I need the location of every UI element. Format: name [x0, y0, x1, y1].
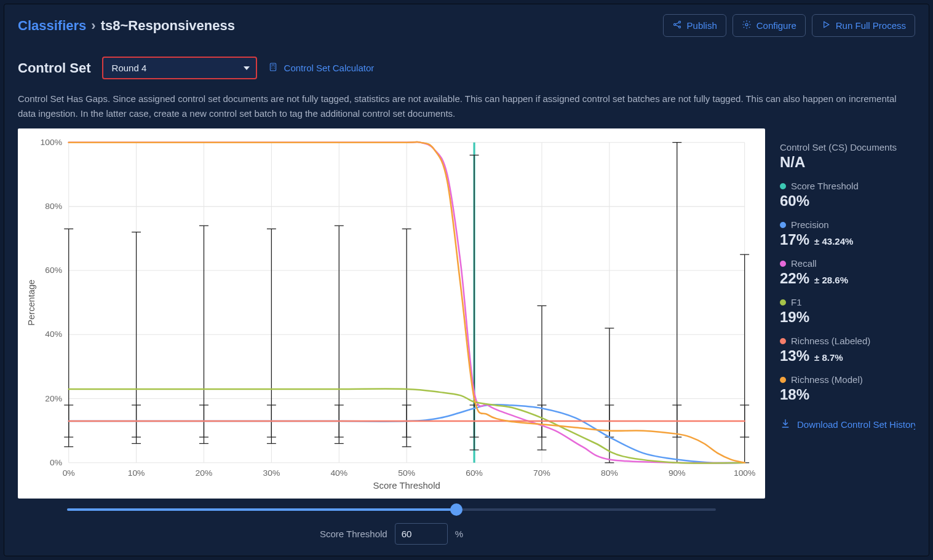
score-threshold-value: 60% [780, 192, 915, 210]
svg-text:30%: 30% [263, 468, 280, 478]
play-icon [821, 20, 831, 31]
breadcrumb-root[interactable]: Classifiers [18, 18, 86, 34]
metrics-chart: 0%10%20%30%40%50%60%70%80%90%100%0%20%40… [23, 133, 758, 494]
recall-label: Recall [780, 258, 915, 269]
svg-text:80%: 80% [601, 468, 618, 478]
threshold-slider[interactable] [67, 503, 716, 516]
svg-text:20%: 20% [45, 394, 62, 403]
svg-rect-4 [270, 63, 276, 71]
f1-value: 19% [780, 309, 915, 326]
publish-button[interactable]: Publish [663, 14, 726, 37]
calculator-icon [268, 61, 278, 74]
svg-text:40%: 40% [330, 468, 347, 478]
precision-value: 17%± 43.24% [780, 231, 915, 248]
svg-text:Score Threshold: Score Threshold [373, 481, 440, 491]
breadcrumb: Classifiers › ts8~Responsiveness [18, 18, 235, 34]
chevron-right-icon: › [91, 18, 95, 34]
download-label: Download Control Set History [797, 419, 915, 430]
svg-text:100%: 100% [41, 138, 62, 147]
svg-point-3 [745, 23, 748, 26]
f1-label: F1 [780, 297, 915, 307]
richness-labeled-value: 13%± 8.7% [780, 347, 915, 365]
control-set-calculator-link[interactable]: Control Set Calculator [268, 61, 375, 74]
svg-text:90%: 90% [669, 468, 686, 478]
breadcrumb-current: ts8~Responsiveness [101, 18, 235, 34]
round-select-value: Round 4 [112, 63, 147, 73]
svg-text:80%: 80% [45, 202, 62, 211]
svg-text:50%: 50% [398, 468, 415, 478]
metrics-side-panel: Control Set (CS) Documents N/A Score Thr… [780, 128, 915, 545]
svg-text:0%: 0% [63, 468, 75, 478]
richness-model-value: 18% [780, 386, 915, 403]
threshold-label: Score Threshold [320, 529, 387, 539]
svg-text:70%: 70% [533, 468, 550, 478]
dot-icon [780, 261, 786, 267]
threshold-input[interactable] [395, 523, 448, 545]
dot-icon [780, 338, 786, 344]
svg-text:20%: 20% [196, 468, 213, 478]
svg-point-2 [678, 26, 680, 28]
run-label: Run Full Process [836, 20, 906, 31]
recall-value: 22%± 28.6% [780, 270, 915, 287]
svg-text:40%: 40% [45, 330, 62, 339]
download-icon [780, 418, 791, 431]
svg-text:10%: 10% [128, 468, 145, 478]
dot-icon [780, 377, 786, 383]
control-set-heading: Control Set [18, 60, 91, 76]
svg-text:100%: 100% [734, 468, 755, 478]
configure-label: Configure [756, 20, 796, 31]
score-threshold-label: Score Threshold [780, 181, 915, 191]
share-icon [672, 20, 682, 31]
configure-button[interactable]: Configure [733, 14, 806, 37]
threshold-unit: % [455, 529, 463, 539]
precision-label: Precision [780, 219, 915, 230]
chart-area: 0%10%20%30%40%50%60%70%80%90%100%0%20%40… [18, 128, 765, 499]
download-history-link[interactable]: Download Control Set History [780, 418, 915, 431]
publish-label: Publish [687, 20, 717, 31]
chevron-down-icon [244, 66, 250, 70]
cs-docs-value: N/A [780, 154, 915, 171]
svg-text:60%: 60% [45, 266, 62, 275]
calculator-label: Control Set Calculator [284, 63, 375, 73]
dot-icon [780, 183, 786, 189]
round-select[interactable]: Round 4 [102, 57, 257, 79]
gear-icon [742, 20, 752, 31]
svg-text:Percentage: Percentage [26, 280, 36, 326]
run-full-process-button[interactable]: Run Full Process [812, 14, 915, 37]
dot-icon [780, 222, 786, 228]
svg-point-0 [673, 23, 675, 25]
dot-icon [780, 299, 786, 306]
cs-docs-label: Control Set (CS) Documents [780, 142, 915, 152]
svg-text:0%: 0% [50, 458, 62, 467]
richness-model-label: Richness (Model) [780, 374, 915, 385]
svg-point-1 [678, 21, 680, 23]
warning-text: Control Set Has Gaps. Since assigned con… [18, 92, 915, 121]
richness-labeled-label: Richness (Labeled) [780, 336, 915, 346]
svg-text:60%: 60% [466, 468, 483, 478]
